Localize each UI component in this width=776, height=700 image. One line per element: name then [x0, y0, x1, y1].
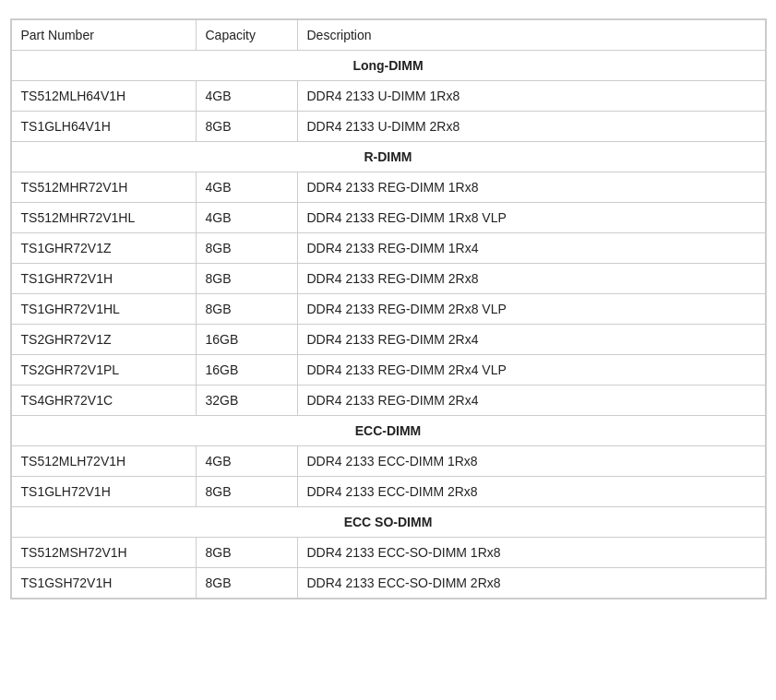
table-row: TS512MHR72V1H4GBDDR4 2133 REG-DIMM 1Rx8: [11, 172, 765, 203]
memory-table-container: Part Number Capacity Description Long-DI…: [10, 18, 767, 599]
cell-capacity: 8GB: [196, 112, 297, 142]
table-row: TS1GLH64V1H8GBDDR4 2133 U-DIMM 2Rx8: [11, 112, 765, 142]
table-row: TS1GHR72V1H8GBDDR4 2133 REG-DIMM 2Rx8: [11, 264, 765, 294]
table-row: TS512MHR72V1HL4GBDDR4 2133 REG-DIMM 1Rx8…: [11, 203, 765, 233]
cell-capacity: 32GB: [196, 386, 297, 416]
section-title: ECC SO-DIMM: [11, 507, 765, 538]
cell-part-number: TS1GHR72V1Z: [11, 233, 196, 264]
cell-part-number: TS1GSH72V1H: [11, 568, 196, 599]
section-header-row: Long-DIMM: [11, 51, 765, 81]
cell-description: DDR4 2133 ECC-DIMM 2Rx8: [297, 477, 765, 507]
table-row: TS2GHR72V1PL16GBDDR4 2133 REG-DIMM 2Rx4 …: [11, 355, 765, 386]
cell-capacity: 16GB: [196, 355, 297, 386]
section-header-row: ECC-DIMM: [11, 416, 765, 446]
cell-capacity: 4GB: [196, 172, 297, 203]
memory-table: Part Number Capacity Description Long-DI…: [11, 19, 766, 599]
cell-description: DDR4 2133 ECC-SO-DIMM 1Rx8: [297, 538, 765, 568]
table-row: TS512MLH72V1H4GBDDR4 2133 ECC-DIMM 1Rx8: [11, 446, 765, 477]
cell-part-number: TS1GLH72V1H: [11, 477, 196, 507]
cell-part-number: TS4GHR72V1C: [11, 386, 196, 416]
cell-capacity: 4GB: [196, 81, 297, 112]
cell-part-number: TS1GLH64V1H: [11, 112, 196, 142]
cell-part-number: TS1GHR72V1H: [11, 264, 196, 294]
cell-description: DDR4 2133 REG-DIMM 1Rx8 VLP: [297, 203, 765, 233]
table-body: Long-DIMMTS512MLH64V1H4GBDDR4 2133 U-DIM…: [11, 51, 765, 599]
cell-description: DDR4 2133 REG-DIMM 2Rx8 VLP: [297, 294, 765, 325]
cell-description: DDR4 2133 U-DIMM 1Rx8: [297, 81, 765, 112]
cell-description: DDR4 2133 REG-DIMM 2Rx8: [297, 264, 765, 294]
cell-description: DDR4 2133 REG-DIMM 2Rx4: [297, 325, 765, 355]
section-title: ECC-DIMM: [11, 416, 765, 446]
cell-description: DDR4 2133 REG-DIMM 1Rx4: [297, 233, 765, 264]
cell-part-number: TS512MSH72V1H: [11, 538, 196, 568]
table-row: TS1GSH72V1H8GBDDR4 2133 ECC-SO-DIMM 2Rx8: [11, 568, 765, 599]
table-row: TS1GLH72V1H8GBDDR4 2133 ECC-DIMM 2Rx8: [11, 477, 765, 507]
cell-capacity: 8GB: [196, 233, 297, 264]
table-row: TS1GHR72V1Z8GBDDR4 2133 REG-DIMM 1Rx4: [11, 233, 765, 264]
cell-description: DDR4 2133 ECC-DIMM 1Rx8: [297, 446, 765, 477]
cell-part-number: TS512MLH72V1H: [11, 446, 196, 477]
table-row: TS512MLH64V1H4GBDDR4 2133 U-DIMM 1Rx8: [11, 81, 765, 112]
cell-capacity: 8GB: [196, 538, 297, 568]
cell-part-number: TS512MLH64V1H: [11, 81, 196, 112]
cell-description: DDR4 2133 REG-DIMM 2Rx4 VLP: [297, 355, 765, 386]
cell-part-number: TS512MHR72V1HL: [11, 203, 196, 233]
cell-capacity: 8GB: [196, 568, 297, 599]
cell-capacity: 16GB: [196, 325, 297, 355]
header-part-number: Part Number: [11, 20, 196, 51]
cell-capacity: 4GB: [196, 446, 297, 477]
cell-description: DDR4 2133 ECC-SO-DIMM 2Rx8: [297, 568, 765, 599]
cell-part-number: TS1GHR72V1HL: [11, 294, 196, 325]
section-header-row: R-DIMM: [11, 142, 765, 172]
table-row: TS1GHR72V1HL8GBDDR4 2133 REG-DIMM 2Rx8 V…: [11, 294, 765, 325]
table-row: TS2GHR72V1Z16GBDDR4 2133 REG-DIMM 2Rx4: [11, 325, 765, 355]
section-header-row: ECC SO-DIMM: [11, 507, 765, 538]
cell-part-number: TS2GHR72V1Z: [11, 325, 196, 355]
table-row: TS512MSH72V1H8GBDDR4 2133 ECC-SO-DIMM 1R…: [11, 538, 765, 568]
cell-capacity: 8GB: [196, 264, 297, 294]
table-row: TS4GHR72V1C32GBDDR4 2133 REG-DIMM 2Rx4: [11, 386, 765, 416]
cell-capacity: 8GB: [196, 477, 297, 507]
cell-part-number: TS512MHR72V1H: [11, 172, 196, 203]
cell-capacity: 4GB: [196, 203, 297, 233]
header-capacity: Capacity: [196, 20, 297, 51]
cell-part-number: TS2GHR72V1PL: [11, 355, 196, 386]
cell-description: DDR4 2133 REG-DIMM 1Rx8: [297, 172, 765, 203]
header-description: Description: [297, 20, 765, 51]
cell-description: DDR4 2133 U-DIMM 2Rx8: [297, 112, 765, 142]
section-title: R-DIMM: [11, 142, 765, 172]
table-header-row: Part Number Capacity Description: [11, 20, 765, 51]
cell-description: DDR4 2133 REG-DIMM 2Rx4: [297, 386, 765, 416]
section-title: Long-DIMM: [11, 51, 765, 81]
cell-capacity: 8GB: [196, 294, 297, 325]
